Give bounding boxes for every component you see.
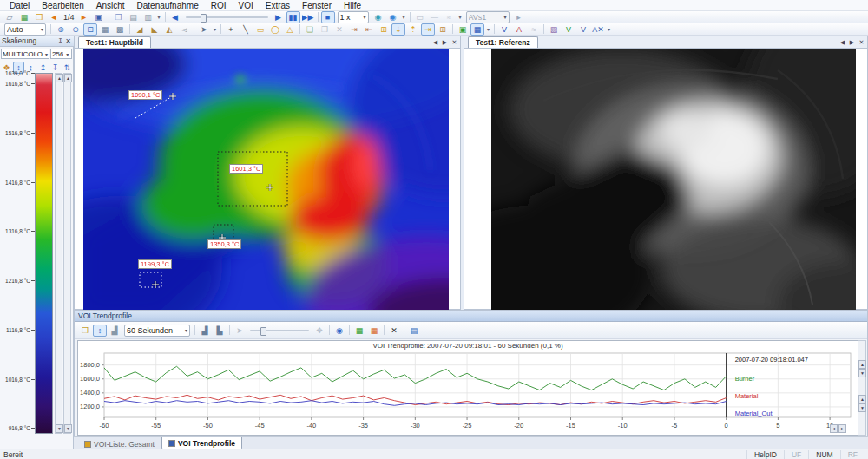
- toolbar-overflow-icon[interactable]: ▾: [401, 14, 407, 20]
- toolbar-overflow-icon[interactable]: ▾: [485, 26, 491, 32]
- spin-down-icon[interactable]: ▼: [858, 369, 866, 377]
- spin-down-icon[interactable]: ▼: [858, 403, 866, 412]
- roi-to-voi-icon[interactable]: ⇣: [391, 23, 405, 36]
- export-calendar-icon[interactable]: ▦: [367, 325, 381, 337]
- scale-expand-icon[interactable]: ⇅: [62, 62, 73, 74]
- compare-icon[interactable]: ≈: [443, 11, 457, 23]
- roi-import-icon[interactable]: ⇤: [362, 23, 376, 36]
- spin-down-icon[interactable]: ▼: [56, 424, 63, 433]
- scale-down-icon[interactable]: ↧: [49, 62, 61, 74]
- scale-max-slider[interactable]: ▲ ▼: [55, 73, 62, 434]
- more-icon[interactable]: ▸: [512, 11, 526, 23]
- toolbar-overflow-icon[interactable]: ▾: [156, 14, 162, 20]
- interval-combo[interactable]: 60 Sekunden▾: [124, 325, 190, 337]
- spin-up-icon[interactable]: ▲: [858, 395, 866, 403]
- temperature-annotation[interactable]: 1199,3 °C: [138, 259, 172, 269]
- slider-thumb[interactable]: [201, 14, 207, 23]
- scroll-left-icon[interactable]: ◄: [830, 424, 838, 433]
- tab-prev-icon[interactable]: ◀: [838, 38, 846, 46]
- auto-combo[interactable]: Auto▾: [4, 23, 46, 36]
- polygon-roi-icon[interactable]: △: [283, 23, 297, 36]
- flip-icon[interactable]: ◭: [162, 23, 176, 36]
- roi-copy-icon[interactable]: ❏: [303, 23, 317, 36]
- pan-trend-icon[interactable]: ✥: [312, 325, 326, 337]
- reference-image[interactable]: [491, 49, 856, 311]
- step-forward-icon[interactable]: ►: [77, 11, 91, 23]
- volume-icon[interactable]: ◀: [168, 11, 182, 23]
- roi-delete-icon[interactable]: ✕: [332, 23, 346, 36]
- rect-roi-icon[interactable]: ▭: [253, 23, 267, 36]
- pause-icon[interactable]: ▮▮: [286, 11, 300, 23]
- tab-next-icon[interactable]: ▶: [441, 38, 449, 46]
- position-slider[interactable]: [186, 13, 268, 22]
- zoom-out-icon[interactable]: ⊖: [69, 23, 82, 36]
- scale-min-slider[interactable]: ▲ ▼: [63, 73, 71, 434]
- open-folder-icon[interactable]: ❒: [32, 11, 46, 23]
- record-up-icon[interactable]: ◉: [372, 11, 385, 23]
- trend-chart-area[interactable]: VOI Trendprofile: 2007-07-20 09:18:01 - …: [77, 340, 858, 436]
- roi-export-icon[interactable]: ⇥: [347, 23, 361, 36]
- spin-up-icon[interactable]: ▲: [64, 74, 72, 82]
- voi-stats-a-icon[interactable]: A: [512, 23, 526, 36]
- mirror-icon[interactable]: ◅: [177, 23, 191, 36]
- spin-up-icon[interactable]: ▲: [858, 360, 866, 369]
- trend-chart[interactable]: 1800,01600,01400,01200,0-60-55-50-45-40-…: [78, 350, 858, 436]
- roi-link-icon[interactable]: ⊞: [377, 23, 391, 36]
- tab-referenz[interactable]: Test1: Referenz: [468, 36, 538, 48]
- rotate-right-icon[interactable]: ◣: [148, 23, 161, 36]
- voi-stats-v-icon[interactable]: V: [497, 23, 511, 36]
- scroll-right-icon[interactable]: ►: [838, 424, 846, 433]
- roi-paste-icon[interactable]: ❐: [318, 23, 332, 36]
- voi-up-icon[interactable]: ⇡: [406, 23, 420, 36]
- record-loop-icon[interactable]: ◉: [386, 11, 400, 23]
- toolbar-overflow-icon[interactable]: ▾: [606, 26, 612, 32]
- full-image-icon[interactable]: ▩: [113, 23, 127, 36]
- export-chart-icon[interactable]: ▤: [407, 325, 421, 337]
- export-report-icon[interactable]: ▦: [17, 11, 31, 23]
- rotate-left-icon[interactable]: ◢: [133, 23, 147, 36]
- menu-item-fenster[interactable]: Fenster: [296, 0, 338, 11]
- tab-voi-trendprofile[interactable]: VOI Trendprofile: [161, 437, 242, 449]
- trend-v-icon[interactable]: V: [562, 23, 575, 36]
- copy-icon[interactable]: ❐: [112, 11, 126, 23]
- line-tool-icon[interactable]: ╲: [239, 23, 253, 36]
- copy-trend-icon[interactable]: ❐: [78, 325, 92, 337]
- voi-stats-all-icon[interactable]: ≈: [527, 23, 541, 36]
- fast-forward-icon[interactable]: ▶▶: [301, 11, 315, 23]
- profile-icon[interactable]: ▧: [547, 23, 561, 36]
- fit-vertical-icon[interactable]: ↕: [93, 325, 107, 337]
- pan-image-icon[interactable]: ▦: [98, 23, 112, 36]
- toolbar-overflow-icon[interactable]: ▾: [457, 14, 464, 20]
- stop-icon[interactable]: ■: [321, 11, 335, 23]
- spin-up-icon[interactable]: ▲: [56, 74, 63, 82]
- menu-item-extras[interactable]: Extras: [260, 0, 296, 11]
- color-scale-bar[interactable]: [35, 73, 53, 434]
- link-icon[interactable]: ▭: [413, 11, 427, 23]
- clear-trend-icon[interactable]: ✕: [387, 325, 401, 337]
- trend-a-icon[interactable]: V: [576, 23, 590, 36]
- step-back-icon[interactable]: ◄: [47, 11, 61, 23]
- chart-vertical-scrollbar[interactable]: ▲ ▼ ▲ ▼: [858, 340, 866, 436]
- tab-next-icon[interactable]: ▶: [848, 38, 856, 46]
- tab-close-icon[interactable]: ✕: [858, 38, 865, 46]
- avs-combo[interactable]: AVs1▾: [466, 11, 510, 23]
- marker-tool-icon[interactable]: +: [224, 23, 238, 36]
- toolbar-overflow-icon[interactable]: ▾: [212, 26, 218, 32]
- pin-icon[interactable]: ↧: [56, 37, 64, 45]
- show-points-icon[interactable]: ◉: [332, 325, 346, 337]
- zoom-in-icon[interactable]: ⊕: [54, 23, 68, 36]
- menu-item-roi[interactable]: ROI: [205, 0, 233, 11]
- snapshot-icon[interactable]: ▤: [127, 11, 141, 23]
- detach-icon[interactable]: —: [428, 11, 442, 23]
- save-icon[interactable]: ▣: [92, 11, 106, 23]
- menu-item-datenaufnahme[interactable]: Datenaufnahme: [131, 0, 205, 11]
- voi-apply-icon[interactable]: ⇥: [421, 23, 435, 36]
- scale-up-icon[interactable]: ↥: [37, 62, 49, 74]
- trend-settings-icon[interactable]: ▟: [108, 325, 122, 337]
- print-icon[interactable]: ▥: [141, 11, 155, 23]
- voi-new-icon[interactable]: ⊞: [436, 23, 450, 36]
- cursor-trend-icon[interactable]: ➤: [233, 325, 247, 337]
- palette-apply-icon[interactable]: ▣: [456, 23, 470, 36]
- slider-thumb[interactable]: [260, 327, 266, 336]
- pointer-icon[interactable]: ➤: [197, 23, 211, 36]
